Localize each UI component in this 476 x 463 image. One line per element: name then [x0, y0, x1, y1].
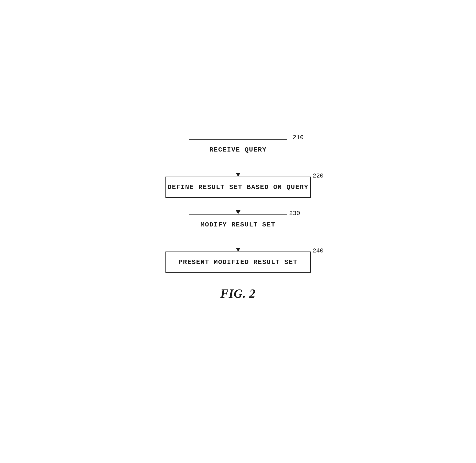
- arrow-1-line: [238, 160, 238, 173]
- step-240-text: PRESENT MODIFIED RESULT SET: [179, 258, 298, 266]
- flow-wrapper: 210 RECEIVE QUERY 220 DEFINE RESULT SET …: [165, 139, 311, 273]
- step-230-box: MODIFY RESULT SET: [189, 214, 287, 235]
- step-230-label: 230: [289, 210, 300, 217]
- arrow-3-head: [236, 248, 240, 251]
- arrow-1-head: [236, 173, 240, 177]
- step-240-box: PRESENT MODIFIED RESULT SET: [165, 251, 311, 273]
- arrow-2-line: [238, 198, 238, 210]
- step-220-wrapper: 220 DEFINE RESULT SET BASED ON QUERY: [165, 177, 311, 198]
- step-210-label: 210: [293, 134, 304, 141]
- step-230-text: MODIFY RESULT SET: [201, 221, 276, 228]
- arrow-2: [236, 198, 240, 214]
- step-210-box: RECEIVE QUERY: [189, 139, 287, 160]
- step-210-wrapper: 210 RECEIVE QUERY: [189, 139, 287, 160]
- fig-caption: FIG. 2: [220, 287, 256, 301]
- step-240-wrapper: 240 PRESENT MODIFIED RESULT SET: [165, 251, 311, 273]
- arrow-2-head: [236, 210, 240, 214]
- step-220-text: DEFINE RESULT SET BASED ON QUERY: [168, 184, 309, 191]
- step-220-label: 220: [313, 172, 324, 179]
- step-220-box: DEFINE RESULT SET BASED ON QUERY: [165, 177, 311, 198]
- arrow-3-line: [238, 235, 238, 248]
- diagram-container: 210 RECEIVE QUERY 220 DEFINE RESULT SET …: [165, 139, 311, 301]
- arrow-1: [236, 160, 240, 177]
- arrow-3: [236, 235, 240, 251]
- step-210-text: RECEIVE QUERY: [209, 146, 266, 153]
- step-230-wrapper: 230 MODIFY RESULT SET: [189, 214, 287, 235]
- step-240-label: 240: [313, 247, 324, 254]
